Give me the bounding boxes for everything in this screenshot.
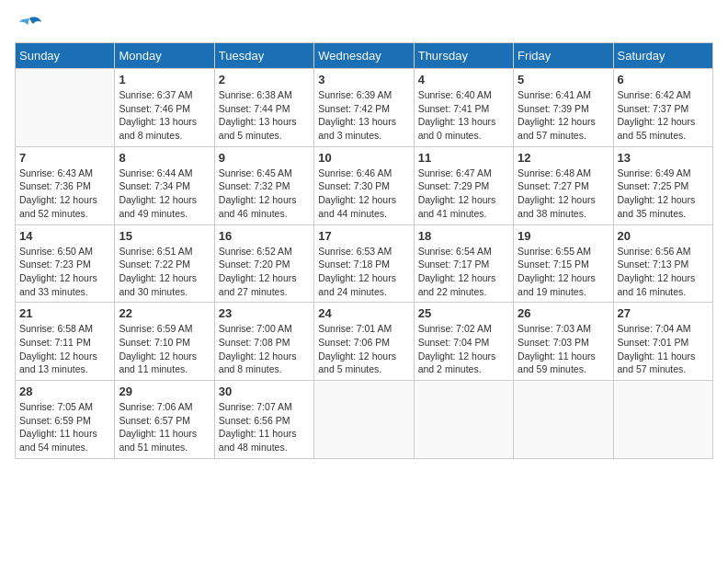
calendar-cell: 10Sunrise: 6:46 AMSunset: 7:30 PMDayligh… [314, 146, 414, 224]
day-info: Sunrise: 7:01 AMSunset: 7:06 PMDaylight:… [318, 322, 409, 376]
calendar-cell: 25Sunrise: 7:02 AMSunset: 7:04 PMDayligh… [414, 303, 513, 381]
day-info: Sunrise: 6:42 AMSunset: 7:37 PMDaylight:… [618, 88, 709, 143]
calendar-cell: 28Sunrise: 7:05 AMSunset: 6:59 PMDayligh… [16, 381, 115, 459]
day-info: Sunrise: 6:59 AMSunset: 7:10 PMDaylight:… [119, 322, 210, 376]
calendar-week-row: 7Sunrise: 6:43 AMSunset: 7:36 PMDaylight… [16, 146, 713, 224]
calendar-cell: 21Sunrise: 6:58 AMSunset: 7:11 PMDayligh… [16, 303, 115, 381]
day-number: 6 [618, 73, 709, 86]
day-number: 19 [518, 229, 609, 243]
day-number: 17 [318, 229, 409, 243]
logo-text [15, 15, 42, 35]
day-info: Sunrise: 6:37 AMSunset: 7:46 PMDaylight:… [119, 88, 210, 143]
day-info: Sunrise: 7:07 AMSunset: 6:56 PMDaylight:… [219, 400, 310, 454]
calendar-cell [613, 381, 712, 459]
day-number: 5 [518, 73, 609, 86]
day-info: Sunrise: 6:38 AMSunset: 7:44 PMDaylight:… [219, 88, 310, 143]
calendar-cell: 6Sunrise: 6:42 AMSunset: 7:37 PMDaylight… [613, 69, 712, 147]
calendar-week-row: 1Sunrise: 6:37 AMSunset: 7:46 PMDaylight… [16, 69, 713, 147]
day-number: 14 [19, 229, 110, 243]
day-info: Sunrise: 6:51 AMSunset: 7:22 PMDaylight:… [119, 245, 210, 299]
day-number: 20 [618, 229, 709, 243]
day-number: 27 [618, 306, 709, 320]
day-info: Sunrise: 6:56 AMSunset: 7:13 PMDaylight:… [618, 245, 709, 299]
calendar-cell: 3Sunrise: 6:39 AMSunset: 7:42 PMDaylight… [314, 69, 414, 147]
day-number: 26 [518, 306, 609, 320]
day-info: Sunrise: 7:05 AMSunset: 6:59 PMDaylight:… [19, 400, 110, 454]
calendar-cell: 30Sunrise: 7:07 AMSunset: 6:56 PMDayligh… [214, 381, 313, 459]
day-of-week-header: Saturday [613, 43, 712, 69]
day-info: Sunrise: 6:55 AMSunset: 7:15 PMDaylight:… [518, 245, 609, 299]
day-number: 8 [119, 151, 210, 165]
logo [15, 15, 42, 35]
calendar-cell: 12Sunrise: 6:48 AMSunset: 7:27 PMDayligh… [514, 146, 613, 224]
day-info: Sunrise: 6:49 AMSunset: 7:25 PMDaylight:… [618, 167, 709, 221]
calendar-cell: 11Sunrise: 6:47 AMSunset: 7:29 PMDayligh… [414, 146, 513, 224]
calendar-cell: 24Sunrise: 7:01 AMSunset: 7:06 PMDayligh… [314, 303, 414, 381]
day-number: 28 [19, 385, 110, 398]
calendar-cell: 29Sunrise: 7:06 AMSunset: 6:57 PMDayligh… [115, 381, 214, 459]
calendar-week-row: 28Sunrise: 7:05 AMSunset: 6:59 PMDayligh… [16, 381, 713, 459]
day-info: Sunrise: 7:03 AMSunset: 7:03 PMDaylight:… [518, 322, 609, 376]
day-info: Sunrise: 6:48 AMSunset: 7:27 PMDaylight:… [518, 167, 609, 221]
day-number: 3 [318, 73, 409, 86]
day-number: 16 [219, 229, 310, 243]
day-number: 12 [518, 151, 609, 165]
calendar-cell [414, 381, 513, 459]
calendar-cell: 23Sunrise: 7:00 AMSunset: 7:08 PMDayligh… [214, 303, 313, 381]
day-number: 4 [418, 73, 509, 86]
calendar-header-row: SundayMondayTuesdayWednesdayThursdayFrid… [16, 43, 713, 69]
calendar-cell [314, 381, 414, 459]
day-number: 2 [219, 73, 310, 86]
day-info: Sunrise: 7:04 AMSunset: 7:01 PMDaylight:… [618, 322, 709, 376]
day-of-week-header: Friday [514, 43, 613, 69]
calendar-week-row: 14Sunrise: 6:50 AMSunset: 7:23 PMDayligh… [16, 224, 713, 303]
day-info: Sunrise: 6:41 AMSunset: 7:39 PMDaylight:… [518, 88, 609, 143]
calendar: SundayMondayTuesdayWednesdayThursdayFrid… [15, 42, 713, 459]
calendar-cell: 18Sunrise: 6:54 AMSunset: 7:17 PMDayligh… [414, 224, 513, 303]
day-number: 15 [119, 229, 210, 243]
calendar-cell: 14Sunrise: 6:50 AMSunset: 7:23 PMDayligh… [16, 224, 115, 303]
day-info: Sunrise: 6:54 AMSunset: 7:17 PMDaylight:… [418, 245, 509, 299]
calendar-cell: 4Sunrise: 6:40 AMSunset: 7:41 PMDaylight… [414, 69, 513, 147]
calendar-cell: 2Sunrise: 6:38 AMSunset: 7:44 PMDaylight… [214, 69, 313, 147]
day-of-week-header: Monday [115, 43, 214, 69]
calendar-cell: 20Sunrise: 6:56 AMSunset: 7:13 PMDayligh… [613, 224, 712, 303]
day-number: 7 [19, 151, 110, 165]
day-number: 22 [119, 306, 210, 320]
calendar-cell [514, 381, 613, 459]
page-header [15, 15, 713, 35]
day-of-week-header: Sunday [16, 43, 115, 69]
day-info: Sunrise: 6:45 AMSunset: 7:32 PMDaylight:… [219, 167, 310, 221]
day-of-week-header: Wednesday [314, 43, 414, 69]
day-info: Sunrise: 7:06 AMSunset: 6:57 PMDaylight:… [119, 400, 210, 454]
calendar-cell: 22Sunrise: 6:59 AMSunset: 7:10 PMDayligh… [115, 303, 214, 381]
calendar-cell: 5Sunrise: 6:41 AMSunset: 7:39 PMDaylight… [514, 69, 613, 147]
day-number: 23 [219, 306, 310, 320]
day-info: Sunrise: 7:02 AMSunset: 7:04 PMDaylight:… [418, 322, 509, 376]
day-info: Sunrise: 6:43 AMSunset: 7:36 PMDaylight:… [19, 167, 110, 221]
day-number: 11 [418, 151, 509, 165]
calendar-cell [16, 69, 115, 147]
calendar-cell: 15Sunrise: 6:51 AMSunset: 7:22 PMDayligh… [115, 224, 214, 303]
day-info: Sunrise: 6:52 AMSunset: 7:20 PMDaylight:… [219, 245, 310, 299]
day-info: Sunrise: 6:44 AMSunset: 7:34 PMDaylight:… [119, 167, 210, 221]
day-info: Sunrise: 6:53 AMSunset: 7:18 PMDaylight:… [318, 245, 409, 299]
day-number: 29 [119, 385, 210, 398]
day-number: 24 [318, 306, 409, 320]
calendar-cell: 13Sunrise: 6:49 AMSunset: 7:25 PMDayligh… [613, 146, 712, 224]
day-number: 1 [119, 73, 210, 86]
day-number: 18 [418, 229, 509, 243]
calendar-cell: 19Sunrise: 6:55 AMSunset: 7:15 PMDayligh… [514, 224, 613, 303]
day-number: 9 [219, 151, 310, 165]
day-info: Sunrise: 7:00 AMSunset: 7:08 PMDaylight:… [219, 322, 310, 376]
day-info: Sunrise: 6:58 AMSunset: 7:11 PMDaylight:… [19, 322, 110, 376]
day-of-week-header: Thursday [414, 43, 513, 69]
calendar-week-row: 21Sunrise: 6:58 AMSunset: 7:11 PMDayligh… [16, 303, 713, 381]
day-number: 25 [418, 306, 509, 320]
calendar-cell: 26Sunrise: 7:03 AMSunset: 7:03 PMDayligh… [514, 303, 613, 381]
calendar-cell: 7Sunrise: 6:43 AMSunset: 7:36 PMDaylight… [16, 146, 115, 224]
day-info: Sunrise: 6:46 AMSunset: 7:30 PMDaylight:… [318, 167, 409, 221]
day-number: 13 [618, 151, 709, 165]
calendar-cell: 27Sunrise: 7:04 AMSunset: 7:01 PMDayligh… [613, 303, 712, 381]
day-of-week-header: Tuesday [214, 43, 313, 69]
